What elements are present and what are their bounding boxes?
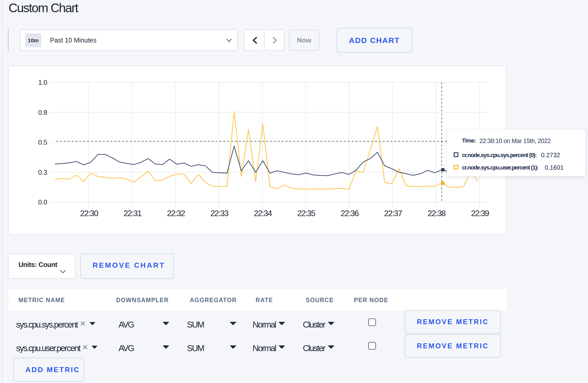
svg-text:0.8: 0.8 [38,109,47,116]
svg-text:22:33: 22:33 [211,209,228,218]
svg-text:0.5: 0.5 [38,138,47,146]
svg-text:22:39: 22:39 [471,209,489,218]
svg-text:22:36: 22:36 [341,209,359,218]
svg-text:1.0: 1.0 [38,79,47,86]
svg-text:22:37: 22:37 [384,209,402,218]
svg-text:22:35: 22:35 [297,209,315,218]
svg-text:22:34: 22:34 [254,209,272,218]
svg-text:0.0: 0.0 [38,198,47,206]
svg-text:22:30: 22:30 [80,209,98,218]
svg-text:22:32: 22:32 [167,209,185,218]
svg-text:0.3: 0.3 [38,168,47,176]
svg-text:22:38: 22:38 [428,209,445,218]
svg-text:22:31: 22:31 [124,209,142,218]
